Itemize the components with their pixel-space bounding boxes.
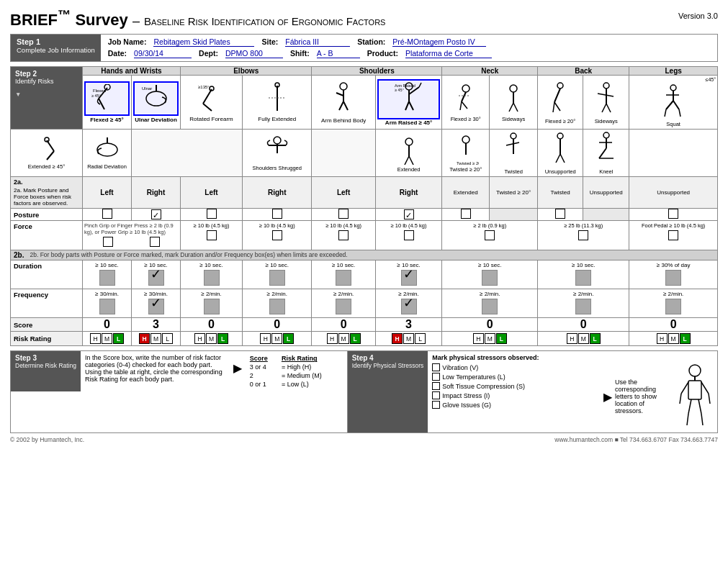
legs-L[interactable]: L: [680, 333, 691, 344]
stressor-impact[interactable]: Impact Stress (I): [432, 391, 599, 399]
neck-posture-checkbox[interactable]: [461, 209, 471, 219]
svg-line-36: [513, 103, 518, 112]
back-freq[interactable]: ≥ 2/min.: [538, 289, 629, 318]
neck-H[interactable]: H: [473, 333, 484, 344]
shoulder-left-posture-cb[interactable]: [312, 209, 375, 221]
hw-left-L[interactable]: L: [113, 333, 124, 344]
legs-H[interactable]: H: [657, 333, 668, 344]
elbow-left-posture-checkbox[interactable]: [207, 209, 217, 219]
neck-M[interactable]: M: [485, 333, 495, 344]
legs-posture-checkbox[interactable]: [668, 209, 678, 219]
stressor-soft-tissue[interactable]: Soft Tissue Compression (S): [432, 382, 599, 390]
sh-left-L[interactable]: L: [350, 333, 361, 344]
legs-force-checkbox[interactable]: [668, 230, 678, 240]
glove-cb[interactable]: [432, 401, 440, 409]
neck-force-checkbox[interactable]: [485, 230, 495, 240]
stressor-low-temp[interactable]: Low Temperatures (L): [432, 373, 599, 381]
legs-risk[interactable]: H M L: [629, 332, 718, 346]
elb-left-H[interactable]: H: [194, 333, 205, 344]
elb-right-M[interactable]: M: [271, 333, 282, 344]
hw-right-H[interactable]: H: [139, 333, 150, 344]
hw-left-posture-checkbox[interactable]: [102, 209, 112, 219]
elb-right-L[interactable]: L: [283, 333, 294, 344]
back-M[interactable]: M: [578, 333, 589, 344]
elbow-right-risk[interactable]: H M L: [243, 332, 312, 346]
hw-right-freq[interactable]: ≥ 30/min. ✓: [132, 289, 181, 318]
hw-right-L[interactable]: L: [162, 333, 173, 344]
hw-left-risk[interactable]: H M L: [83, 332, 132, 346]
elbow-right-posture-cb[interactable]: [243, 209, 312, 221]
vibration-cb[interactable]: [432, 363, 440, 371]
hw-left-force-checkbox[interactable]: [103, 237, 113, 247]
elb-left-L[interactable]: L: [217, 333, 228, 344]
svg-line-35: [509, 103, 513, 112]
elbow-left-posture-cb[interactable]: [181, 209, 243, 221]
shoulder-left-freq[interactable]: ≥ 2/min.: [312, 289, 375, 318]
low-temp-cb[interactable]: [432, 373, 440, 381]
elbow-right-freq[interactable]: ≥ 2/min.: [243, 289, 312, 318]
elbow-left-risk[interactable]: H M L: [181, 332, 243, 346]
sh-right-L[interactable]: L: [415, 333, 426, 344]
legs-duration[interactable]: ≥ 30% of day: [629, 260, 718, 289]
hw-left-H[interactable]: H: [90, 333, 101, 344]
hw-right-force-checkbox[interactable]: [150, 237, 160, 247]
legs-freq[interactable]: ≥ 2/min.: [629, 289, 718, 318]
sh-left-H[interactable]: H: [327, 333, 338, 344]
hw-left-freq[interactable]: ≥ 30/min.: [83, 289, 132, 318]
sh-left-M[interactable]: M: [338, 333, 349, 344]
hw-right-posture-cb[interactable]: [132, 209, 181, 221]
elbow-right-posture-checkbox[interactable]: [272, 209, 282, 219]
back-posture-cb[interactable]: [538, 209, 583, 221]
soft-tissue-cb[interactable]: [432, 382, 440, 390]
neck-risk[interactable]: H M L: [442, 332, 538, 346]
hw-right-posture-checkbox[interactable]: [151, 209, 161, 219]
back-L[interactable]: L: [590, 333, 601, 344]
hw-left-ext: Extended ≥ 45°: [11, 130, 83, 177]
elb-right-H[interactable]: H: [260, 333, 271, 344]
elbow-left-duration[interactable]: ≥ 10 sec.: [181, 260, 243, 289]
legs-posture-cb[interactable]: [629, 209, 718, 221]
neck-duration[interactable]: ≥ 10 sec.: [442, 260, 538, 289]
elbow-left-freq[interactable]: ≥ 2/min.: [181, 289, 243, 318]
back-H[interactable]: H: [567, 333, 578, 344]
shoulder-right-posture-cb[interactable]: [375, 209, 442, 221]
hw-left-force-cb[interactable]: [103, 237, 113, 248]
shoulder-right-freq[interactable]: ≥ 2/min. ✓: [375, 289, 442, 318]
step4-header: Step 4 Identify Physical Stressors: [348, 351, 428, 432]
elbow-left-force-checkbox[interactable]: [207, 230, 217, 240]
elbow-right-duration[interactable]: ≥ 10 sec.: [243, 260, 312, 289]
legs-M[interactable]: M: [668, 333, 679, 344]
shoulder-left-risk[interactable]: H M L: [312, 332, 375, 346]
back-force-checkbox[interactable]: [578, 230, 588, 240]
back-posture-checkbox[interactable]: [555, 209, 565, 219]
impact-cb[interactable]: [432, 391, 440, 399]
back-duration[interactable]: ≥ 10 sec.: [538, 260, 629, 289]
elb-left-M[interactable]: M: [206, 333, 217, 344]
stressor-glove[interactable]: Glove Issues (G): [432, 401, 599, 409]
shoulder-right-posture-checkbox[interactable]: [404, 209, 414, 219]
neck-L[interactable]: L: [496, 333, 507, 344]
sh-right-M[interactable]: M: [403, 333, 414, 344]
job-name-value: Rebitagem Skid Plates: [153, 37, 254, 47]
sh-right-H[interactable]: H: [392, 333, 403, 344]
hw-left-M[interactable]: M: [102, 333, 112, 344]
shoulder-left-force-checkbox[interactable]: [338, 230, 349, 240]
neck-posture-cb[interactable]: [442, 209, 490, 221]
hw-left-posture-cb[interactable]: [83, 209, 132, 221]
hw-right-risk[interactable]: H M L: [132, 332, 181, 346]
hw-right-force-cb[interactable]: [150, 237, 160, 248]
shoulder-right-risk[interactable]: H M L: [375, 332, 442, 346]
svg-line-23: [419, 83, 421, 87]
hw-right-duration[interactable]: ≥ 10 sec. ✓: [132, 260, 181, 289]
shoulder-left-duration[interactable]: ≥ 10 sec.: [312, 260, 375, 289]
shoulder-right-force-checkbox[interactable]: [404, 230, 414, 240]
hw-right-rad: Radial Deviation: [83, 130, 132, 177]
hw-left-duration[interactable]: ≥ 10 sec.: [83, 260, 132, 289]
shoulder-right-duration[interactable]: ≥ 10 sec. ✓: [375, 260, 442, 289]
elbow-right-force-checkbox[interactable]: [272, 230, 282, 240]
back-risk[interactable]: H M L: [538, 332, 629, 346]
stressor-vibration[interactable]: Vibration (V): [432, 363, 599, 371]
hw-right-M[interactable]: M: [150, 333, 161, 344]
shoulder-left-posture-checkbox[interactable]: [338, 209, 349, 219]
neck-freq[interactable]: ≥ 2/min.: [442, 289, 538, 318]
